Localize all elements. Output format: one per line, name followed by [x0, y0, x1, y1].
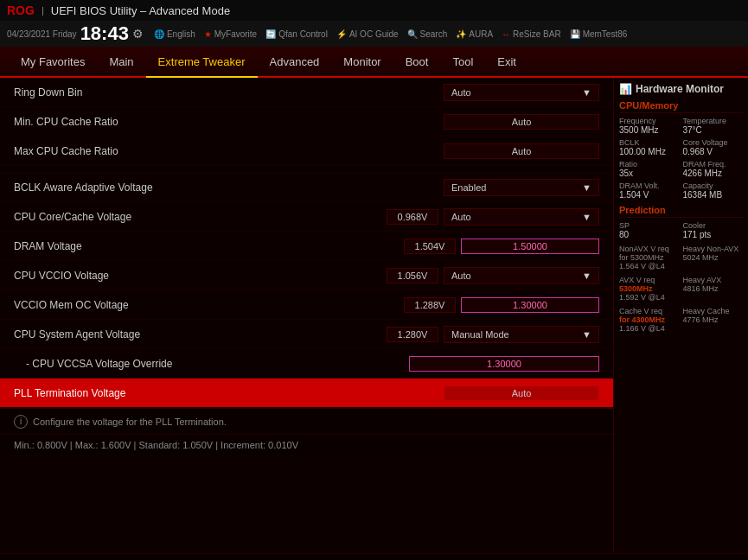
bclk-value: 100.00 MHz: [619, 147, 680, 156]
ring-down-bin-value: Auto ▼: [444, 84, 599, 101]
max-cpu-cache-ratio-row: Max CPU Cache Ratio Auto: [0, 137, 613, 166]
dram-freq-value: 4266 MHz: [683, 169, 744, 178]
range-info: Min.: 0.800V | Max.: 1.600V | Standard: …: [14, 440, 298, 450]
vccio-mem-oc-label: VCCIO Mem OC Voltage: [14, 299, 404, 311]
resize-icon: ↔: [502, 29, 510, 39]
freq-value: 3500 MHz: [619, 125, 680, 135]
dram-voltage-prefix: 1.504V: [404, 239, 456, 254]
max-cpu-cache-label: Max CPU Cache Ratio: [14, 145, 444, 157]
min-cpu-cache-label: Min. CPU Cache Ratio: [14, 116, 444, 128]
memtest-item[interactable]: 💾 MemTest86: [570, 29, 628, 39]
cpu-vccio-select[interactable]: Auto ▼: [444, 267, 599, 284]
search-label: Search: [420, 29, 448, 39]
nav-my-favorites[interactable]: My Favorites: [9, 46, 97, 77]
capacity-label: Capacity: [683, 181, 744, 190]
avx-freq: 5300MHz: [619, 284, 680, 293]
ratio-label: Ratio: [619, 160, 680, 169]
aioc-label: AI OC Guide: [349, 29, 399, 39]
aura-label: AURA: [469, 29, 493, 39]
nav-extreme-tweaker[interactable]: Extreme Tweaker: [146, 47, 258, 78]
cache-label: Cache V req: [619, 307, 680, 315]
prediction-section: Prediction: [619, 205, 743, 218]
nav-tool[interactable]: Tool: [440, 46, 485, 77]
cache-row: Cache V req for 4300MHz 1.166 V @L4 Heav…: [619, 307, 743, 333]
memtest-label: MemTest86: [583, 29, 628, 39]
separator: |: [42, 5, 44, 16]
vccio-mem-oc-value: 1.288V 1.30000: [404, 297, 599, 313]
aioc-item[interactable]: ⚡ AI OC Guide: [336, 29, 399, 39]
dram-voltage-input[interactable]: 1.50000: [461, 239, 599, 254]
range-bar: Min.: 0.800V | Max.: 1.600V | Standard: …: [0, 434, 613, 455]
resizebar-item[interactable]: ↔ ReSize BAR: [502, 29, 561, 39]
resize-label: ReSize BAR: [513, 29, 561, 39]
temp-value: 37°C: [683, 125, 744, 135]
capacity-cell: Capacity 16384 MB: [683, 181, 744, 200]
max-cpu-cache-value: Auto: [444, 143, 599, 159]
core-v-value: 0.968 V: [683, 147, 744, 156]
avx-label: AVX V req: [619, 276, 680, 284]
cpu-system-agent-prefix: 1.280V: [387, 327, 438, 342]
cpu-memory-section: CPU/Memory: [619, 100, 743, 113]
min-cpu-cache-input[interactable]: Auto: [444, 114, 599, 130]
fav-label: MyFavorite: [214, 29, 257, 39]
nav-main[interactable]: Main: [97, 46, 145, 77]
dram-voltage-label: DRAM Voltage: [14, 240, 404, 252]
freq-label: Frequency: [619, 117, 680, 125]
pll-termination-input[interactable]: Auto: [444, 385, 599, 401]
cpu-core-cache-prefix: 0.968V: [387, 209, 438, 225]
nav-monitor[interactable]: Monitor: [331, 46, 393, 77]
rog-logo: ROG: [7, 3, 35, 17]
info-bar: 04/23/2021 Friday 18:43 ⚙ 🌐 English ★ My…: [0, 21, 748, 47]
aura-item[interactable]: ✨ AURA: [456, 29, 493, 39]
info-circle-icon: i: [14, 415, 28, 429]
cpu-vccsa-input[interactable]: 1.30000: [409, 356, 599, 372]
settings-icon[interactable]: ⚙: [132, 27, 144, 41]
footer: Last Modified Version 2.21.1278 Copyrigh…: [0, 553, 748, 560]
min-cpu-cache-ratio-row: Min. CPU Cache Ratio Auto: [0, 107, 613, 137]
qfan-item[interactable]: 🔄 Qfan Control: [265, 29, 328, 39]
avx-row: AVX V req 5300MHz 1.592 V @L4 Heavy AVX …: [619, 276, 743, 302]
status-bar: i Configure the voltage for the PLL Term…: [0, 408, 613, 434]
ratio-cell: Ratio 35x: [619, 160, 680, 178]
toolbar-items: 🌐 English ★ MyFavorite 🔄 Qfan Control ⚡ …: [154, 29, 627, 39]
nav-exit[interactable]: Exit: [485, 46, 528, 77]
myfavorite-item[interactable]: ★ MyFavorite: [204, 29, 257, 39]
core-v-label: Core Voltage: [683, 138, 744, 147]
cpu-core-cache-value: 0.968V Auto ▼: [387, 208, 599, 226]
heavy-cache-value: 4776 MHz: [683, 315, 744, 324]
sp-label: SP: [619, 221, 680, 230]
dram-volt-value: 1.504 V: [619, 190, 680, 200]
cooler-cell: Cooler 171 pts: [683, 221, 744, 239]
cpu-vccsa-row: - CPU VCCSA Voltage Override 1.30000: [0, 349, 613, 379]
title-bar: ROG | UEFI BIOS Utility – Advanced Mode: [0, 0, 748, 21]
cpu-core-cache-select[interactable]: Auto ▼: [444, 208, 599, 226]
sp-cell: SP 80: [619, 221, 680, 239]
dram-voltage-value: 1.504V 1.50000: [404, 239, 599, 254]
cpu-vccio-value: 1.056V Auto ▼: [387, 267, 599, 284]
heavy-avx-value: 4816 MHz: [683, 284, 744, 293]
cpu-core-cache-label: CPU Core/Cache Voltage: [14, 211, 387, 223]
ratio-value: 35x: [619, 169, 680, 178]
cpu-system-agent-select[interactable]: Manual Mode ▼: [444, 326, 599, 343]
avx-value: 1.592 V @L4: [619, 293, 680, 302]
nav-boot[interactable]: Boot: [393, 46, 441, 77]
bios-title: UEFI BIOS Utility – Advanced Mode: [51, 4, 230, 17]
cooler-value: 171 pts: [683, 230, 744, 239]
lang-item[interactable]: 🌐 English: [154, 29, 195, 39]
max-cpu-cache-input[interactable]: Auto: [444, 143, 599, 159]
nav-bar: My Favorites Main Extreme Tweaker Advanc…: [0, 47, 748, 78]
search-item[interactable]: 🔍 Search: [407, 29, 448, 39]
time-area: 04/23/2021 Friday 18:43 ⚙: [7, 22, 144, 45]
fan-icon: 🔄: [265, 29, 276, 39]
ring-down-bin-select[interactable]: Auto ▼: [444, 84, 599, 101]
bclk-aware-value: Enabled ▼: [444, 179, 599, 196]
bclk-aware-select[interactable]: Enabled ▼: [444, 179, 599, 196]
cooler-label: Cooler: [683, 221, 744, 230]
sp-cooler-grid: SP 80 Cooler 171 pts: [619, 221, 743, 239]
dram-voltage-row: DRAM Voltage 1.504V 1.50000: [0, 232, 613, 261]
lang-icon: 🌐: [154, 29, 164, 39]
nav-advanced[interactable]: Advanced: [258, 46, 332, 77]
monitor-icon: 📊: [619, 83, 632, 95]
dram-freq-label: DRAM Freq.: [683, 160, 744, 169]
vccio-mem-oc-input[interactable]: 1.30000: [461, 297, 599, 313]
